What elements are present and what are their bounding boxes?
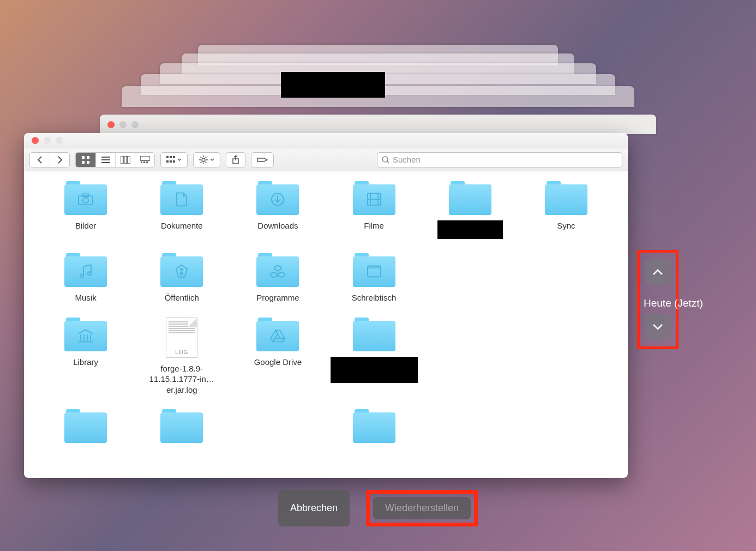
- item-label: forge-1.8.9-11.15.1.1777-in…er.jar.log: [138, 363, 225, 396]
- column-view-button[interactable]: [115, 153, 135, 167]
- window-titlebar[interactable]: [24, 133, 628, 148]
- chevron-down-icon: [652, 323, 663, 331]
- forward-button[interactable]: [50, 153, 69, 167]
- finder-item[interactable]: Library: [40, 318, 131, 396]
- finder-item[interactable]: [136, 409, 227, 448]
- svg-point-46: [181, 268, 183, 271]
- svg-point-35: [83, 197, 88, 203]
- chevron-right-icon: [57, 156, 63, 164]
- svg-rect-16: [173, 156, 175, 158]
- folder-icon: [353, 409, 395, 443]
- close-button[interactable]: [32, 137, 39, 144]
- finder-item[interactable]: Musik: [40, 253, 131, 303]
- grid-icon: [81, 155, 90, 164]
- svg-point-20: [202, 158, 205, 161]
- finder-item[interactable]: Sync: [521, 181, 611, 239]
- finder-item[interactable]: Programme: [232, 253, 323, 303]
- svg-line-32: [387, 161, 389, 163]
- svg-rect-8: [124, 156, 127, 164]
- svg-line-28: [206, 157, 207, 158]
- folder-icon: [64, 409, 107, 443]
- finder-item[interactable]: [40, 409, 131, 448]
- item-label: Öffentlich: [165, 292, 199, 303]
- finder-item[interactable]: Öffentlich: [136, 253, 227, 303]
- svg-rect-12: [143, 161, 145, 163]
- finder-item[interactable]: LOGforge-1.8.9-11.15.1.1777-in…er.jar.lo…: [136, 318, 227, 396]
- log-file-icon: LOG: [166, 318, 197, 358]
- ghost-window-titlebar[interactable]: [100, 115, 656, 134]
- toolbar: [24, 148, 628, 171]
- item-label: Dokumente: [161, 220, 203, 231]
- svg-rect-34: [83, 194, 88, 196]
- maximize-button: [56, 137, 63, 144]
- gallery-view-button[interactable]: [135, 153, 154, 167]
- svg-line-26: [206, 161, 207, 163]
- svg-point-43: [80, 274, 83, 278]
- columns-icon: [121, 156, 130, 164]
- icon-view-button[interactable]: [76, 153, 95, 167]
- finder-item[interactable]: Filme: [329, 181, 419, 239]
- music-icon: [79, 265, 92, 279]
- svg-rect-1: [87, 156, 89, 159]
- svg-marker-45: [176, 265, 187, 277]
- svg-point-31: [382, 157, 388, 162]
- folder-icon: [64, 318, 107, 351]
- back-button[interactable]: [30, 153, 50, 167]
- action-menu-button[interactable]: [193, 152, 220, 167]
- chevron-down-icon: [177, 158, 182, 161]
- timeline-prev-button[interactable]: [645, 259, 671, 285]
- finder-item[interactable]: [425, 181, 515, 239]
- item-label: [331, 357, 418, 383]
- svg-rect-48: [368, 266, 381, 268]
- finder-item[interactable]: Google Drive: [232, 318, 323, 396]
- folder-icon: [256, 318, 299, 351]
- chevron-up-icon: [652, 268, 663, 276]
- finder-item[interactable]: Bilder: [40, 181, 131, 239]
- cancel-button[interactable]: Abbrechen: [278, 490, 350, 526]
- finder-item[interactable]: Downloads: [232, 181, 323, 239]
- svg-rect-3: [87, 161, 89, 164]
- svg-rect-10: [140, 156, 150, 160]
- item-label: Programme: [256, 292, 299, 303]
- finder-item[interactable]: [329, 318, 419, 396]
- search-input[interactable]: [393, 155, 617, 164]
- item-label: Downloads: [257, 220, 298, 231]
- group-by-button[interactable]: [160, 152, 188, 167]
- list-view-button[interactable]: [95, 153, 115, 167]
- chevron-down-icon: [210, 158, 214, 161]
- minimize-button: [44, 137, 51, 144]
- restore-button[interactable]: Wiederherstellen: [373, 497, 471, 519]
- nav-back-forward: [29, 152, 70, 167]
- tags-button[interactable]: [251, 152, 274, 167]
- svg-rect-9: [128, 156, 130, 164]
- svg-rect-6: [101, 162, 110, 163]
- folder-icon: [160, 409, 203, 443]
- finder-window: BilderDokumenteDownloadsFilmeSyncMusikÖf…: [24, 133, 628, 478]
- item-label: Musik: [75, 292, 96, 303]
- share-button[interactable]: [226, 152, 245, 167]
- search-field[interactable]: [377, 152, 622, 167]
- timeline-next-button[interactable]: [645, 314, 671, 340]
- download-icon: [271, 193, 285, 207]
- folder-icon: [353, 318, 395, 351]
- folder-icon: [64, 181, 107, 215]
- maximize-icon: [131, 121, 139, 128]
- item-label: Filme: [364, 220, 384, 231]
- finder-item[interactable]: [329, 409, 419, 448]
- close-icon[interactable]: [107, 121, 115, 128]
- redacted-title: [281, 72, 385, 98]
- svg-rect-0: [82, 156, 85, 159]
- svg-line-25: [201, 157, 202, 158]
- finder-item[interactable]: Schreibtisch: [329, 253, 419, 303]
- library-icon: [77, 328, 94, 343]
- item-label: [437, 220, 503, 239]
- folder-icon: [256, 181, 299, 215]
- svg-rect-4: [101, 157, 110, 158]
- gallery-icon: [140, 156, 150, 164]
- svg-rect-11: [141, 161, 142, 163]
- folder-icon: [353, 253, 395, 287]
- desktop-icon: [367, 265, 381, 278]
- restore-highlight: Wiederherstellen: [366, 490, 478, 526]
- finder-item[interactable]: Dokumente: [136, 181, 227, 239]
- folder-icon: [545, 181, 587, 215]
